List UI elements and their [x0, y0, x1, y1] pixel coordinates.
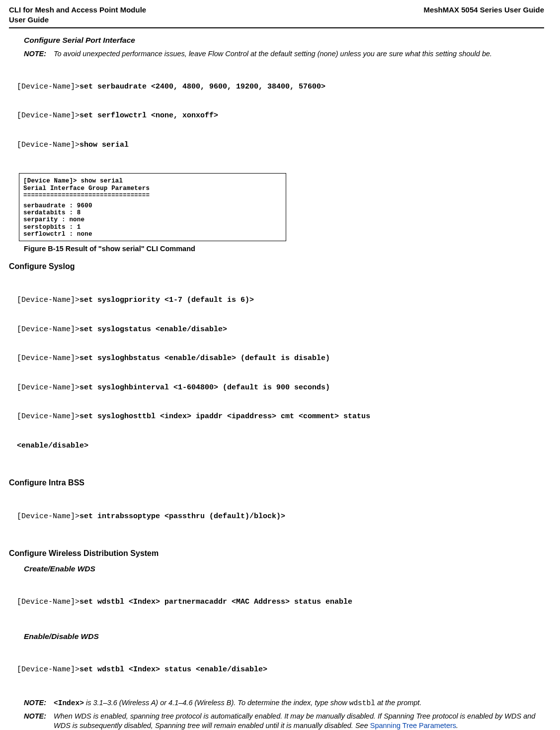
cli-prompt: [Device-Name]>: [17, 83, 80, 91]
cli-wds-create: [Device-Name]>set wdstbl <Index> partner…: [17, 578, 544, 627]
note-body: <Index> is 3.1–3.6 (Wireless A) or 4.1–4…: [54, 698, 544, 708]
cli-intrabss: [Device-Name]>set intrabssoptype <passth…: [17, 492, 544, 541]
cli-prompt: [Device-Name]>: [17, 296, 80, 304]
term-line: serdatabits : 8: [23, 209, 282, 216]
figure-caption: Figure B-15 Result of "show serial" CLI …: [24, 244, 544, 254]
cli-prompt: [Device-Name]>: [17, 383, 80, 392]
spanning-tree-link[interactable]: Spanning Tree Parameters: [370, 722, 456, 730]
section-serial-title: Configure Serial Port Interface: [24, 35, 544, 45]
terminal-output-box: [Device Name]> show serial Serial Interf…: [19, 173, 286, 241]
cli-prompt: [Device-Name]>: [17, 325, 80, 334]
cli-prompt: [Device-Name]>: [17, 111, 80, 120]
cli-command: set syslogpriority <1-7 (default is 6)>: [80, 296, 254, 304]
cli-command: set syslogstatus <enable/disable>: [80, 325, 227, 334]
section-syslog-title: Configure Syslog: [9, 262, 544, 272]
cli-command: set intrabssoptype <passthru (default)/b…: [80, 512, 285, 521]
wds-create-title: Create/Enable WDS: [24, 564, 544, 574]
section-intrabss-title: Configure Intra BSS: [9, 478, 544, 488]
cli-prompt: [Device-Name]>: [17, 412, 80, 421]
term-line: Serial Interface Group Parameters: [23, 185, 282, 192]
term-line: serbaudrate : 9600: [23, 202, 282, 209]
cli-prompt: [Device-Name]>: [17, 598, 80, 606]
note-label: NOTE:: [24, 698, 54, 708]
term-line: serstopbits : 1: [23, 224, 282, 231]
cli-syslog: [Device-Name]>set syslogpriority <1-7 (d…: [17, 276, 544, 470]
cli-prompt: [Device-Name]>: [17, 665, 80, 674]
cli-command: set serbaudrate <2400, 4800, 9600, 19200…: [80, 83, 325, 91]
cli-prompt: [Device-Name]>: [17, 354, 80, 363]
header-rule: [9, 27, 544, 28]
cli-command: <enable/disable>: [17, 442, 88, 450]
cli-serial: [Device-Name]>set serbaudrate <2400, 480…: [17, 63, 544, 170]
cli-command: show serial: [80, 141, 129, 149]
cli-wds-enable: [Device-Name]>set wdstbl <Index> status …: [17, 645, 544, 694]
note-text: .: [456, 722, 458, 730]
note-code: wdstbl: [349, 699, 375, 707]
header-left: CLI for Mesh and Access Point Module Use…: [9, 5, 146, 24]
cli-command: set wdstbl <Index> status <enable/disabl…: [80, 665, 267, 674]
cli-command: set serflowctrl <none, xonxoff>: [80, 111, 218, 120]
cli-command: set sysloghbinterval <1-604800> (default…: [80, 383, 330, 392]
note-label: NOTE:: [24, 712, 54, 730]
cli-command: set sysloghbstatus <enable/disable> (def…: [80, 354, 330, 363]
note-text: is 3.1–3.6 (Wireless A) or 4.1–4.6 (Wire…: [84, 699, 349, 707]
term-line: =================================: [23, 192, 282, 199]
note-text: When WDS is enabled, spanning tree proto…: [54, 712, 535, 730]
term-line: serparity : none: [23, 216, 282, 223]
cli-command: set sysloghosttbl <index> ipaddr <ipaddr…: [80, 412, 370, 421]
cli-prompt: [Device-Name]>: [17, 141, 80, 149]
note-body: When WDS is enabled, spanning tree proto…: [54, 712, 544, 730]
term-line: serflowctrl : none: [23, 231, 282, 238]
cli-command: set wdstbl <Index> partnermacaddr <MAC A…: [80, 598, 352, 606]
wds-enable-title: Enable/Disable WDS: [24, 632, 544, 641]
note-code: <Index>: [54, 699, 84, 707]
header-right: MeshMAX 5054 Series User Guide: [423, 5, 544, 15]
cli-prompt: [Device-Name]>: [17, 512, 80, 521]
term-line: [Device Name]> show serial: [23, 178, 282, 184]
note-text: at the prompt.: [375, 699, 422, 707]
note-body: To avoid unexpected performance issues, …: [54, 49, 544, 59]
note-label: NOTE:: [24, 49, 54, 59]
section-wds-title: Configure Wireless Distribution System: [9, 548, 544, 559]
